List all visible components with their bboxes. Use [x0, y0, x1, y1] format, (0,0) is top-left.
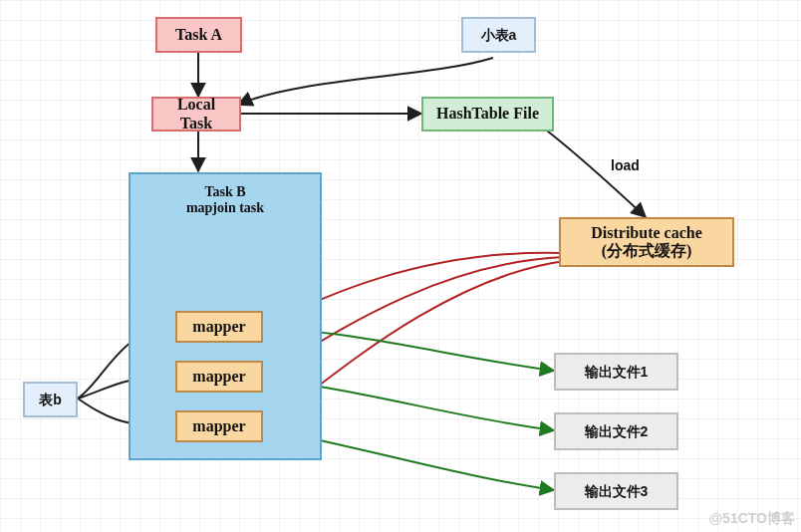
watermark: @51CTO博客: [708, 510, 795, 528]
node-hashtable-file: HashTable File: [421, 97, 554, 132]
node-mapper-1: mapper: [175, 311, 263, 343]
node-output-2: 输出文件2: [554, 412, 678, 450]
node-taskA: Task A: [155, 17, 242, 53]
node-output-3: 输出文件3: [554, 472, 678, 510]
node-table-b: 表b: [23, 382, 78, 417]
node-output-1: 输出文件1: [554, 353, 678, 391]
node-mapper-2: mapper: [175, 361, 263, 393]
node-mapper-3: mapper: [175, 410, 263, 442]
label-load: load: [611, 157, 640, 173]
panel-taskB-caption: Task B mapjoin task: [186, 184, 264, 216]
node-localtask: Local Task: [151, 97, 241, 132]
node-small-table-a: 小表a: [461, 17, 536, 53]
node-distribute-cache: Distribute cache (分布式缓存): [559, 217, 734, 267]
